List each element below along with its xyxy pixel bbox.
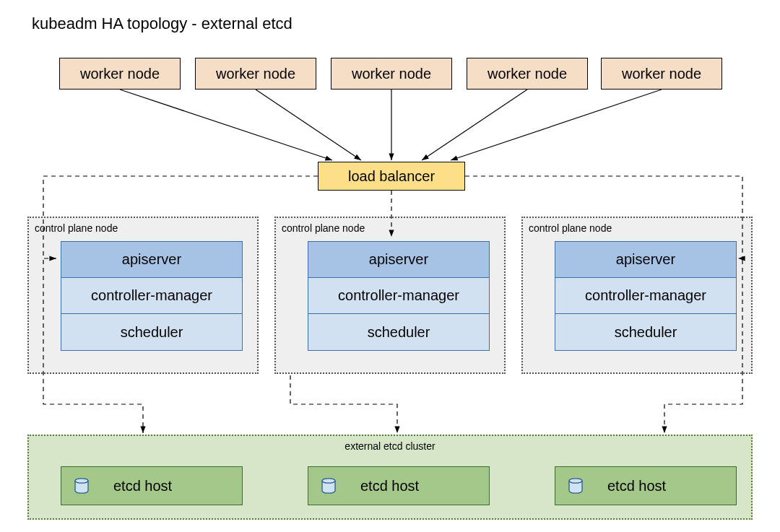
load-balancer: load balancer xyxy=(318,162,465,191)
control-plane-node-3: control plane node apiserver controller-… xyxy=(521,217,753,374)
database-icon xyxy=(74,478,89,494)
svg-line-4 xyxy=(256,90,361,160)
apiserver-box: apiserver xyxy=(61,242,242,278)
etcd-cluster-label: external etcd cluster xyxy=(29,440,751,452)
etcd-host-label: etcd host xyxy=(113,478,172,494)
controller-manager-box: controller-manager xyxy=(308,278,489,314)
worker-node-label: worker node xyxy=(216,66,295,82)
worker-node-label: worker node xyxy=(352,66,431,82)
scheduler-box: scheduler xyxy=(308,314,489,350)
svg-line-6 xyxy=(422,90,527,160)
controller-manager-label: controller-manager xyxy=(338,287,459,304)
control-plane-label: control plane node xyxy=(35,222,118,234)
apiserver-label: apiserver xyxy=(122,251,181,268)
svg-line-7 xyxy=(451,90,662,160)
control-plane-node-2: control plane node apiserver controller-… xyxy=(274,217,506,374)
control-plane-stack: apiserver controller-manager scheduler xyxy=(61,241,243,351)
scheduler-box: scheduler xyxy=(555,314,736,350)
load-balancer-label: load balancer xyxy=(348,168,435,185)
controller-manager-box: controller-manager xyxy=(555,278,736,314)
apiserver-label: apiserver xyxy=(369,251,428,268)
apiserver-box: apiserver xyxy=(308,242,489,278)
control-plane-stack: apiserver controller-manager scheduler xyxy=(555,241,737,351)
control-plane-label: control plane node xyxy=(529,222,612,234)
database-icon xyxy=(321,478,336,494)
apiserver-label: apiserver xyxy=(616,251,675,268)
svg-line-3 xyxy=(120,90,332,160)
etcd-cluster: external etcd cluster etcd host etcd hos… xyxy=(27,435,753,520)
worker-node-1: worker node xyxy=(59,58,181,90)
worker-node-label: worker node xyxy=(488,66,567,82)
etcd-host-label: etcd host xyxy=(360,478,419,494)
worker-node-label: worker node xyxy=(622,66,701,82)
worker-node-4: worker node xyxy=(467,58,588,90)
controller-manager-box: controller-manager xyxy=(61,278,242,314)
etcd-host-3: etcd host xyxy=(555,466,737,505)
etcd-host-1: etcd host xyxy=(61,466,243,505)
worker-node-3: worker node xyxy=(331,58,452,90)
scheduler-label: scheduler xyxy=(368,324,430,341)
control-plane-stack: apiserver controller-manager scheduler xyxy=(308,241,490,351)
worker-node-2: worker node xyxy=(195,58,316,90)
etcd-host-2: etcd host xyxy=(308,466,490,505)
controller-manager-label: controller-manager xyxy=(91,287,212,304)
database-icon xyxy=(568,478,583,494)
etcd-host-label: etcd host xyxy=(607,478,666,494)
diagram-canvas: kubeadm HA topology - external etcd work… xyxy=(0,0,780,532)
worker-node-5: worker node xyxy=(601,58,722,90)
diagram-title: kubeadm HA topology - external etcd xyxy=(32,14,292,33)
scheduler-box: scheduler xyxy=(61,314,242,350)
apiserver-box: apiserver xyxy=(555,242,736,278)
scheduler-label: scheduler xyxy=(615,324,677,341)
controller-manager-label: controller-manager xyxy=(585,287,706,304)
control-plane-node-1: control plane node apiserver controller-… xyxy=(27,217,259,374)
scheduler-label: scheduler xyxy=(121,324,183,341)
control-plane-label: control plane node xyxy=(282,222,365,234)
worker-node-label: worker node xyxy=(80,66,160,82)
